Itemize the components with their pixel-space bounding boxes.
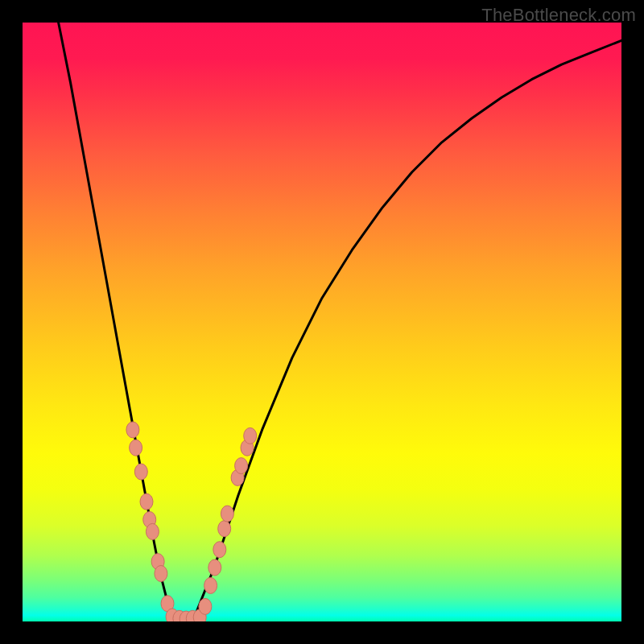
data-marker xyxy=(126,422,139,438)
data-marker xyxy=(208,559,221,576)
data-marker xyxy=(155,566,167,582)
plot-area xyxy=(23,23,621,621)
data-markers xyxy=(126,422,257,621)
chart-svg xyxy=(23,23,621,621)
data-marker xyxy=(146,523,159,539)
chart-frame: TheBottleneck.com xyxy=(0,0,644,644)
data-marker xyxy=(218,521,231,537)
data-marker xyxy=(140,493,153,510)
data-marker xyxy=(221,506,233,522)
data-marker xyxy=(130,440,142,456)
watermark-text: TheBottleneck.com xyxy=(481,5,636,26)
data-marker xyxy=(235,458,248,474)
bottleneck-curve xyxy=(59,23,621,621)
data-marker xyxy=(244,427,257,444)
data-marker xyxy=(199,598,212,614)
curve-path xyxy=(59,23,621,621)
data-marker xyxy=(134,464,147,480)
data-marker xyxy=(213,542,226,558)
data-marker xyxy=(204,577,217,593)
